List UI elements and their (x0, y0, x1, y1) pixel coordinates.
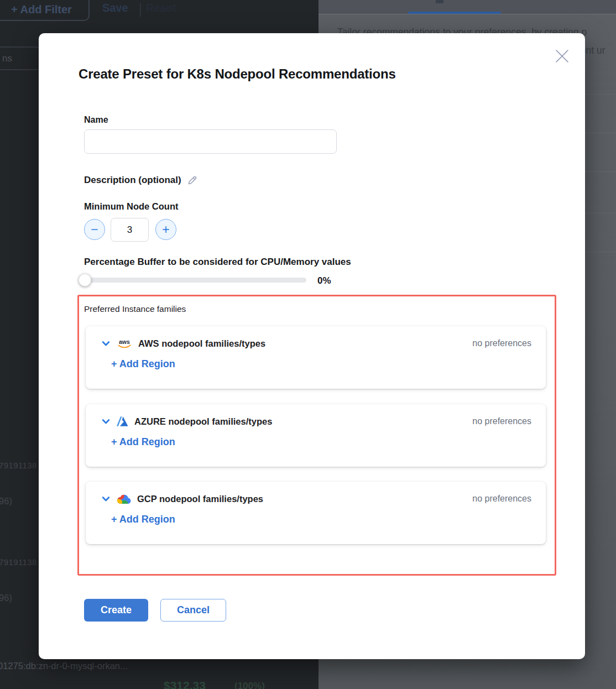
provider-card-label: GCP nodepool families/types (137, 494, 263, 504)
toolbar-divider (140, 3, 141, 17)
close-icon[interactable] (555, 49, 570, 64)
active-tab-indicator (408, 12, 501, 14)
background-chip: ns (0, 46, 41, 70)
provider-card-label: AWS nodepool families/types (138, 338, 265, 349)
buffer-label: Percentage Buffer to be considered for C… (84, 257, 351, 268)
provider-card-azure: AZURE nodepool families/types no prefere… (86, 404, 546, 467)
cost-percent-fragment: (100%) (234, 681, 265, 689)
node-count-input[interactable] (111, 218, 149, 242)
preferred-families-label: Preferred Instance families (84, 304, 186, 314)
chevron-down-icon[interactable] (101, 339, 111, 348)
description-label: Description (optional) (84, 175, 181, 186)
provider-status: no preferences (472, 416, 531, 426)
min-node-count-label: Minimum Node Count (84, 201, 178, 212)
buffer-slider-thumb[interactable] (79, 274, 91, 286)
provider-card-aws: aws AWS nodepool families/types no prefe… (86, 326, 546, 389)
add-filter-button[interactable]: + Add Filter (0, 0, 90, 21)
save-button[interactable]: Save (102, 2, 128, 14)
cancel-button[interactable]: Cancel (160, 599, 226, 622)
name-input[interactable] (84, 129, 337, 154)
reset-button[interactable]: Reset (146, 2, 176, 14)
provider-card-gcp: GCP nodepool families/types no preferenc… (86, 482, 546, 544)
edit-pencil-icon[interactable] (187, 175, 198, 186)
aws-icon: aws (117, 338, 132, 349)
cost-value-fragment: $312.33 (164, 679, 206, 689)
name-label: Name (84, 115, 108, 125)
add-filter-label: + Add Filter (11, 3, 72, 16)
add-region-button[interactable]: + Add Region (111, 358, 175, 370)
tab-label-fragment (436, 0, 443, 3)
azure-icon (117, 416, 128, 427)
add-region-button[interactable]: + Add Region (111, 436, 175, 448)
screen: + Add Filter Save Reset ns 79191138 96) … (0, 0, 616, 689)
create-preset-dialog: Create Preset for K8s Nodepool Recommend… (39, 33, 585, 659)
provider-status: no preferences (472, 494, 531, 504)
svg-text:aws: aws (119, 338, 130, 345)
table-row-fragment: 96) (0, 593, 12, 603)
provider-card-label: AZURE nodepool families/types (134, 416, 272, 427)
provider-status: no preferences (472, 338, 531, 348)
table-row-fragment: 79191138 (0, 461, 37, 470)
buffer-slider-track[interactable] (85, 278, 306, 283)
table-row-fragment: 79191138 (0, 557, 37, 567)
add-region-button[interactable]: + Add Region (111, 514, 175, 525)
chevron-down-icon[interactable] (101, 494, 111, 504)
chevron-down-icon[interactable] (101, 417, 111, 426)
buffer-value: 0% (317, 275, 331, 286)
background-chip-label: ns (2, 53, 12, 64)
increment-button[interactable]: + (155, 219, 176, 240)
gcp-icon (117, 493, 131, 504)
create-button[interactable]: Create (84, 599, 148, 622)
table-row-fragment: 96) (0, 497, 12, 507)
dialog-title: Create Preset for K8s Nodepool Recommend… (79, 66, 396, 82)
decrement-button[interactable]: − (84, 219, 105, 240)
table-row-fragment: 01275:db:zn-dr-0-mysql-orkan... (0, 661, 128, 671)
